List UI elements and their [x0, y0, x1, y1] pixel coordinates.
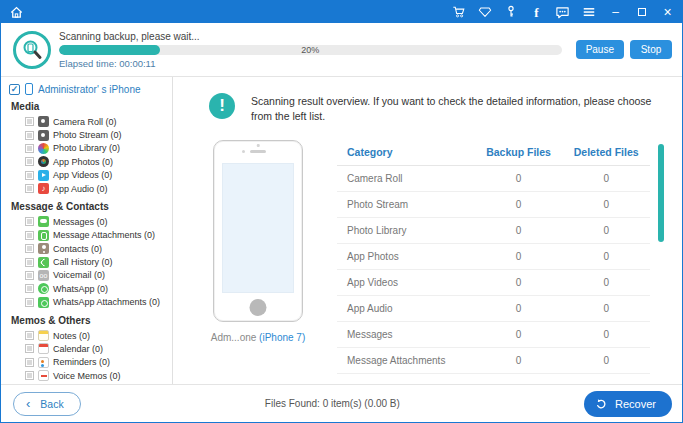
header-category[interactable]: Category — [337, 140, 475, 166]
table-row[interactable]: App Videos 0 0 — [337, 270, 650, 296]
gem-icon[interactable] — [477, 5, 492, 20]
close-button[interactable]: × — [661, 4, 674, 20]
device-preview: Adm...one (iPhone 7) — [205, 140, 311, 374]
sidebar-item-photo-library[interactable]: Photo Library (0) — [9, 142, 168, 155]
photo-library-icon — [38, 143, 49, 154]
table-scrollbar[interactable] — [658, 144, 664, 242]
sidebar-item-photo-stream[interactable]: Photo Stream (0) — [9, 128, 168, 141]
notes-icon — [38, 330, 49, 341]
facebook-icon[interactable]: f — [529, 5, 544, 20]
device-checkbox[interactable]: ✓ — [9, 84, 20, 95]
scan-notice: ! Scanning result overview. If you want … — [209, 93, 668, 124]
call-history-icon — [38, 257, 49, 268]
maximize-icon — [638, 8, 646, 16]
sidebar-device-root[interactable]: ✓ Administrator' s iPhone — [9, 83, 168, 95]
item-checkbox[interactable] — [25, 217, 34, 226]
pause-button[interactable]: Pause — [576, 40, 624, 59]
item-checkbox[interactable] — [25, 244, 34, 253]
elapsed-time: Elapsed time: 00:00:11 — [59, 58, 562, 69]
table-row[interactable]: App Audio 0 0 — [337, 296, 650, 322]
cart-icon[interactable] — [451, 5, 466, 20]
item-checkbox[interactable] — [25, 184, 34, 193]
scan-status-icon — [13, 31, 51, 69]
section-title-media: Media — [11, 101, 168, 112]
item-checkbox[interactable] — [25, 157, 34, 166]
progress-buttons: Pause Stop — [576, 40, 672, 59]
menu-icon[interactable] — [581, 5, 596, 20]
item-checkbox[interactable] — [25, 231, 34, 240]
item-checkbox[interactable] — [25, 171, 34, 180]
footer: ‹ Back Files Found: 0 item(s) (0.00 B) R… — [1, 384, 682, 422]
table-header-row: Category Backup Files Deleted Files — [337, 140, 650, 166]
progress-area: Scanning backup, please wait... 20% Elap… — [59, 31, 562, 69]
chevron-left-icon: ‹ — [26, 397, 30, 410]
table-row[interactable]: App Photos 0 0 — [337, 244, 650, 270]
scan-result-table: Category Backup Files Deleted Files Came… — [337, 140, 650, 374]
section-title-messages: Message & Contacts — [11, 201, 168, 212]
item-checkbox[interactable] — [25, 271, 34, 280]
table-row[interactable]: Camera Roll 0 0 — [337, 166, 650, 192]
table-row[interactable]: Messages 0 0 — [337, 322, 650, 348]
back-button[interactable]: ‹ Back — [13, 392, 81, 416]
item-checkbox[interactable] — [25, 258, 34, 267]
files-found-status: Files Found: 0 item(s) (0.00 B) — [81, 398, 584, 409]
sidebar-item-whatsapp-attachments[interactable]: WhatsApp Attachments (0) — [9, 296, 168, 309]
contacts-icon — [38, 243, 49, 254]
result-content: Adm...one (iPhone 7) Category Backup Fil… — [195, 140, 668, 374]
chat-icon[interactable] — [555, 5, 570, 20]
sidebar-item-reminders[interactable]: Reminders (0) — [9, 356, 168, 369]
sidebar-item-whatsapp[interactable]: WhatsApp (0) — [9, 282, 168, 295]
sidebar-item-voicemail[interactable]: oo Voicemail (0) — [9, 269, 168, 282]
key-icon[interactable] — [503, 5, 518, 20]
phone-speaker — [250, 150, 266, 153]
app-window: f – × Scanning backup, please wait... 20… — [0, 0, 683, 423]
header-backup-files[interactable]: Backup Files — [475, 140, 563, 166]
scan-progress-band: Scanning backup, please wait... 20% Elap… — [1, 23, 682, 77]
scan-result-table-wrap: Category Backup Files Deleted Files Came… — [337, 140, 668, 374]
device-phone-icon — [25, 83, 33, 95]
sidebar-item-camera-roll[interactable]: Camera Roll (0) — [9, 115, 168, 128]
calendar-icon — [38, 343, 49, 354]
phone-camera-dot — [242, 150, 245, 153]
item-checkbox[interactable] — [25, 371, 34, 380]
item-checkbox[interactable] — [25, 284, 34, 293]
phone-illustration — [213, 140, 303, 322]
item-checkbox[interactable] — [25, 131, 34, 140]
sidebar-item-notes[interactable]: Notes (0) — [9, 329, 168, 342]
item-checkbox[interactable] — [25, 331, 34, 340]
sidebar-item-app-photos[interactable]: App Photos (0) — [9, 155, 168, 168]
scan-status-text: Scanning backup, please wait... — [59, 31, 562, 42]
recover-button[interactable]: Recover — [584, 391, 672, 417]
item-checkbox[interactable] — [25, 358, 34, 367]
progress-bar: 20% — [59, 45, 562, 55]
sidebar-item-voice-memos[interactable]: Voice Memos (0) — [9, 369, 168, 382]
item-checkbox[interactable] — [25, 117, 34, 126]
stop-button[interactable]: Stop — [630, 40, 672, 59]
maximize-button[interactable] — [635, 5, 648, 19]
app-audio-icon: ♪ — [38, 183, 49, 194]
item-checkbox[interactable] — [25, 298, 34, 307]
message-attachments-icon — [38, 230, 49, 241]
sidebar-item-contacts[interactable]: Contacts (0) — [9, 242, 168, 255]
sidebar-item-call-history[interactable]: Call History (0) — [9, 255, 168, 268]
table-row[interactable]: Photo Library 0 0 — [337, 218, 650, 244]
sidebar-item-calendar[interactable]: Calendar (0) — [9, 342, 168, 355]
item-checkbox[interactable] — [25, 344, 34, 353]
sidebar-item-app-audio[interactable]: ♪ App Audio (0) — [9, 182, 168, 195]
device-label-name: Adm...one — [211, 332, 257, 343]
sidebar-item-app-videos[interactable]: App Videos (0) — [9, 169, 168, 182]
table-row[interactable]: Photo Stream 0 0 — [337, 192, 650, 218]
sidebar-item-messages[interactable]: Messages (0) — [9, 215, 168, 228]
app-photos-icon — [38, 156, 49, 167]
sidebar-item-message-attachments[interactable]: Message Attachments (0) — [9, 229, 168, 242]
titlebar: f – × — [1, 1, 682, 23]
minimize-button[interactable]: – — [609, 5, 622, 19]
phone-screen — [222, 163, 294, 293]
table-row[interactable]: Message Attachments 0 0 — [337, 348, 650, 374]
item-checkbox[interactable] — [25, 144, 34, 153]
header-deleted-files[interactable]: Deleted Files — [562, 140, 650, 166]
whatsapp-attachments-icon — [38, 297, 49, 308]
home-icon[interactable] — [9, 5, 24, 20]
device-name: Administrator' s iPhone — [38, 84, 141, 95]
photo-stream-icon — [38, 130, 49, 141]
